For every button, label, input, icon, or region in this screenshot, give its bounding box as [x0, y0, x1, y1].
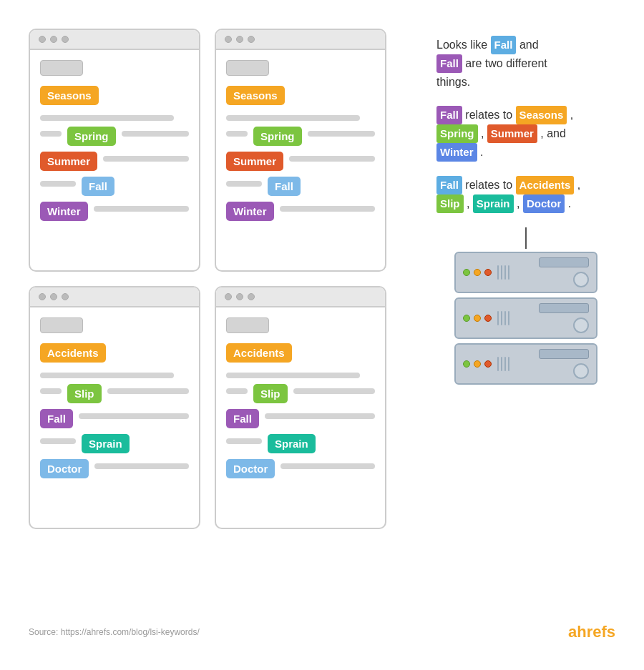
text-and-2: , and — [540, 127, 566, 139]
disk-bar-1 — [539, 257, 589, 267]
light-red-1 — [484, 269, 492, 276]
light-red-2 — [484, 315, 492, 322]
line-end12 — [280, 463, 375, 469]
search-bar-1 — [40, 60, 83, 76]
fall-highlight-2: Fall — [436, 54, 462, 73]
vent-8 — [508, 311, 509, 325]
text-looks-like: Looks like — [436, 39, 491, 51]
fall-row-2: Fall — [226, 177, 375, 196]
server-lights-1 — [463, 269, 492, 276]
source-label: Source: — [29, 627, 58, 637]
doctor-highlight: Doctor — [523, 194, 565, 213]
server-lights-3 — [463, 360, 492, 368]
titlebar-3 — [30, 287, 199, 307]
dot-6 — [248, 36, 255, 43]
slip-row-1: Slip — [40, 384, 189, 403]
server-vents-1 — [497, 265, 509, 280]
line-end — [122, 131, 190, 137]
fall-highlight-4: Fall — [436, 176, 462, 194]
line-end9 — [94, 463, 189, 469]
accidents-highlight: Accidents — [516, 176, 575, 194]
doctor-row-1: Doctor — [40, 459, 189, 478]
text-and: and — [519, 39, 539, 51]
line-stub6 — [40, 438, 76, 444]
line-stub — [40, 131, 62, 137]
server-unit-1 — [454, 252, 597, 293]
comma-1: , — [570, 109, 573, 121]
winter-tag-2: Winter — [226, 202, 274, 221]
text-relates-1: relates to — [465, 109, 515, 121]
dot-3 — [62, 36, 69, 43]
fall-highlight-3: Fall — [436, 106, 462, 124]
server-right-1 — [539, 257, 589, 287]
right-panel: Looks like Fall and Fall are two differe… — [429, 29, 615, 609]
dot-7 — [39, 293, 46, 300]
light-yellow-3 — [474, 360, 481, 368]
winter-row-1: Winter — [40, 202, 189, 221]
comma-4: , — [467, 197, 473, 210]
seasons-card-1: Seasons Spring Summer — [29, 29, 200, 272]
seasons-title-2: Seasons — [226, 86, 285, 105]
slip-highlight: Slip — [436, 194, 464, 213]
sprain-highlight: Sprain — [473, 194, 514, 213]
main-container: Seasons Spring Summer — [0, 0, 644, 670]
accidents-body-2: Accidents Slip Fall — [216, 307, 385, 494]
server-unit-2 — [454, 297, 597, 339]
ahrefs-logo: ahrefs — [568, 623, 615, 641]
summer-tag-2: Summer — [226, 152, 283, 171]
line-stub2 — [40, 181, 76, 187]
text-relates-2: relates to — [465, 179, 515, 191]
accidents-card-2: Accidents Slip Fall — [215, 286, 386, 529]
fall-acc-tag-1: Fall — [40, 409, 73, 428]
doctor-tag-1: Doctor — [40, 459, 89, 478]
line-1 — [40, 115, 174, 121]
spring-tag-2: Spring — [253, 127, 302, 146]
accidents-body-1: Accidents Slip Fall — [30, 307, 199, 494]
lights-row-2 — [463, 315, 492, 322]
accidents-row: Accidents Slip Fall — [29, 286, 415, 529]
summer-highlight: Summer — [487, 124, 537, 143]
line-end7 — [107, 388, 189, 394]
summer-tag-1: Summer — [40, 152, 97, 171]
line-end2 — [103, 156, 189, 162]
line-end3 — [94, 206, 189, 212]
line-end11 — [265, 413, 375, 419]
accidents-title-2: Accidents — [226, 343, 292, 363]
seasons-row: Seasons Spring Summer — [29, 29, 415, 272]
dot-5 — [236, 36, 243, 43]
line-stub3 — [226, 131, 248, 137]
disk-bar-3 — [539, 349, 589, 359]
line-end4 — [308, 131, 376, 137]
fall-tag-1: Fall — [82, 177, 114, 196]
line-end8 — [79, 413, 189, 419]
vent-1 — [497, 265, 499, 280]
summer-row-1: Summer — [40, 152, 189, 171]
dot-11 — [236, 293, 243, 300]
dot-12 — [248, 293, 255, 300]
search-bar-3 — [40, 317, 83, 333]
line-stub5 — [40, 388, 62, 394]
vent-11 — [504, 357, 506, 371]
vent-4 — [508, 265, 509, 280]
winter-highlight: Winter — [436, 143, 477, 162]
comma-3: , — [577, 179, 580, 191]
fall-acc-row-1: Fall — [40, 409, 189, 428]
text-block-3: Fall relates to Accidents , Slip , Sprai… — [436, 176, 615, 213]
seasons-title-1: Seasons — [40, 86, 99, 105]
dot-10 — [225, 293, 232, 300]
winter-row-2: Winter — [226, 202, 375, 221]
fall-tag-2: Fall — [268, 177, 301, 196]
dot-2 — [50, 36, 57, 43]
source-url: https://ahrefs.com/blog/lsi-keywords/ — [61, 627, 200, 637]
sprain-tag-2: Sprain — [268, 434, 316, 453]
vent-12 — [508, 357, 509, 371]
line-stub8 — [226, 438, 262, 444]
dot-8 — [50, 293, 57, 300]
server-right-3 — [539, 349, 589, 379]
left-panels: Seasons Spring Summer — [29, 29, 415, 609]
arrow-icon — [525, 227, 527, 249]
light-green-2 — [463, 315, 470, 322]
line-stub4 — [226, 181, 262, 187]
line-a2 — [226, 373, 360, 378]
text-block-1: Looks like Fall and Fall are two differe… — [436, 36, 615, 92]
